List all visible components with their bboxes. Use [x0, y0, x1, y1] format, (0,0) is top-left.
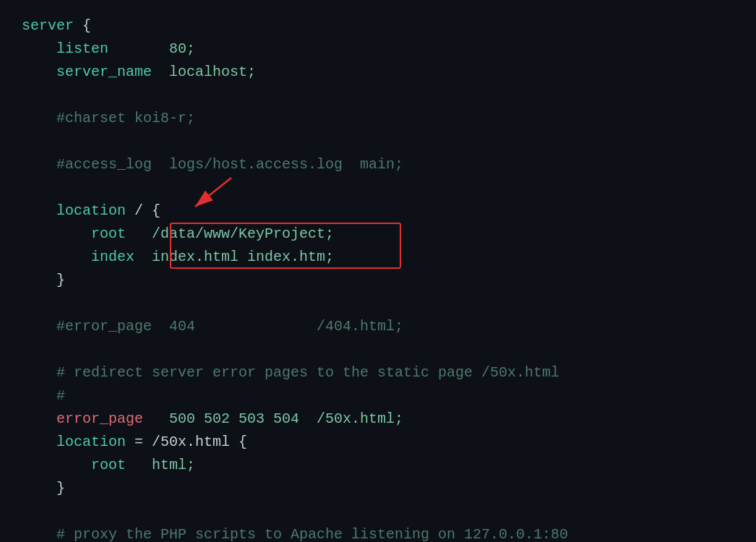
code-line [22, 292, 734, 315]
code-line: server { [22, 14, 734, 38]
value-token: index.html index.htm; [152, 249, 334, 265]
code-line: root html; [22, 454, 734, 477]
code-line: error_page 500 502 503 504 /50x.html; [22, 408, 734, 431]
code-line: index index.html index.htm; [22, 246, 734, 269]
keyword-token: server_name [56, 64, 152, 80]
code-line [22, 500, 734, 523]
keyword-token: location [56, 434, 126, 450]
keyword-token: server [22, 17, 74, 34]
code-editor: server { listen 80; server_name localhos… [22, 14, 734, 542]
highlight-container: root /data/www/KeyProject; index index.h… [22, 223, 734, 269]
code-line: listen 80; [22, 38, 734, 61]
code-line [22, 84, 734, 107]
code-line [22, 130, 734, 153]
keyword-token: location [56, 202, 126, 219]
value-token: /data/www/KeyProject; [152, 225, 334, 242]
keyword-token: listen [56, 40, 108, 57]
code-line: } [22, 477, 734, 500]
brace-token: = /50x.html { [126, 434, 247, 450]
code-line-comment: #error_page 404 /404.html; [22, 315, 734, 338]
code-line [22, 176, 734, 199]
brace-token: / { [126, 202, 160, 219]
code-line-comment: # redirect server error pages to the sta… [22, 361, 734, 384]
code-line [22, 338, 734, 361]
code-line-comment: #charset koi8-r; [22, 107, 734, 130]
keyword-token: root [91, 457, 126, 473]
keyword-token: root [91, 225, 126, 242]
code-line: server_name localhost; [22, 61, 734, 84]
annotation-container: location / { [22, 199, 734, 223]
value-token: localhost; [169, 64, 256, 80]
code-line-comment: #access_log logs/host.access.log main; [22, 153, 734, 176]
keyword-token: index [91, 249, 134, 265]
code-line: } [22, 269, 734, 292]
code-line-comment: # proxy the PHP scripts to Apache listen… [22, 523, 734, 542]
code-line: root /data/www/KeyProject; [22, 223, 734, 246]
brace-token: { [74, 17, 91, 34]
value-token: 80; [169, 40, 195, 57]
error-keyword-token: error_page [56, 410, 143, 427]
value-token: html; [152, 457, 195, 473]
value-token: 500 502 503 504 /50x.html; [169, 410, 403, 427]
code-line-comment: # [22, 384, 734, 408]
code-line: location / { [22, 199, 734, 223]
code-line: location = /50x.html { [22, 431, 734, 454]
